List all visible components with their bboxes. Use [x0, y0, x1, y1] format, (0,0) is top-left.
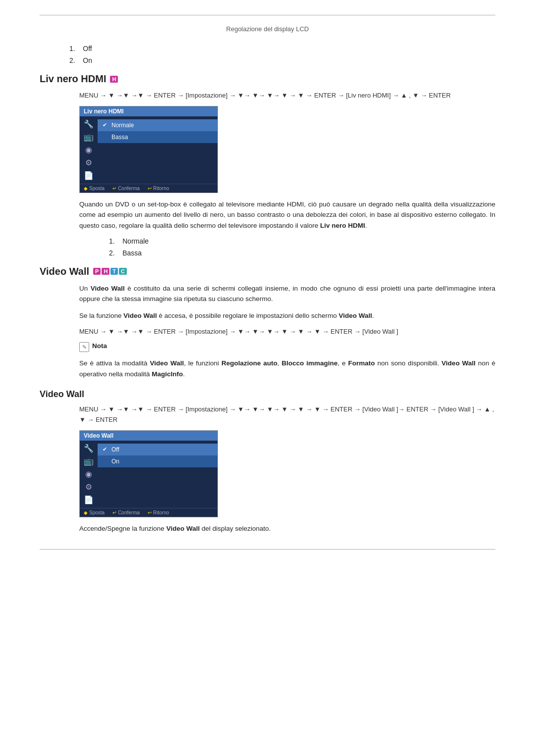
- top-rule: [40, 15, 495, 15]
- sposta-icon: ◆: [84, 186, 88, 191]
- liv-nero-hdmi-body: Quando un DVD o un set-top-box è collega…: [79, 199, 495, 231]
- vw-menu-icon-doc: 📄: [84, 496, 94, 504]
- checkmark-off: ✔: [103, 446, 108, 453]
- ritorno-icon: ↩: [148, 186, 152, 191]
- vw-footer-conferma: ↵ Conferma: [112, 510, 140, 515]
- list-number-2: 2.: [69, 56, 75, 64]
- badge-h: H: [110, 76, 118, 83]
- list-item-normale: 1. Normale: [109, 237, 495, 245]
- liv-nero-hdmi-screenshot: Liv nero HDMI 🔧 📺 ◉ ⚙ 📄 ✔ Normale: [79, 106, 218, 193]
- menu-icon-tool: 🔧: [84, 120, 94, 128]
- vw-footer-ritorno: ↩ Ritorno: [148, 510, 169, 515]
- list-item-bassa: 2. Bassa: [109, 249, 495, 257]
- video-wall-menu-path: MENU → ▼ →▼ →▼ → ENTER → [Impostazione] …: [79, 327, 495, 337]
- video-wall-content: Un Video Wall è costituito da una serie …: [79, 283, 495, 380]
- vw-sposta-icon: ◆: [84, 510, 88, 515]
- menu-icon-circle: ◉: [85, 146, 92, 154]
- list-n2: 2.: [109, 249, 115, 257]
- option-bassa: Bassa: [98, 131, 217, 143]
- video-wall-screenshot-title: Video Wall: [80, 431, 217, 441]
- video-wall-body2: Se la funzione Video Wall è accesa, è po…: [79, 310, 495, 321]
- liv-nero-hdmi-heading: Liv nero HDMI H: [40, 73, 495, 85]
- option-on: On: [98, 455, 217, 467]
- video-wall-sub-content: MENU → ▼ →▼ →▼ → ENTER → [Impostazione] …: [79, 404, 495, 534]
- video-wall-note-text: Se è attiva la modalità Video Wall, le f…: [79, 358, 495, 379]
- video-wall-body1: Un Video Wall è costituito da una serie …: [79, 283, 495, 304]
- menu-icon-display: 📺: [84, 133, 94, 141]
- badge-t: T: [110, 268, 118, 275]
- bottom-rule: [40, 549, 495, 550]
- vw-ritorno-icon: ↩: [148, 510, 152, 515]
- video-wall-sub-menu-path: MENU → ▼ →▼ →▼ → ENTER → [Impostazione] …: [79, 404, 495, 425]
- badge-h2: H: [102, 268, 109, 275]
- list-label-bassa: Bassa: [122, 249, 142, 257]
- list-label-off: Off: [83, 45, 92, 52]
- option-off: ✔ Off: [98, 444, 217, 455]
- menu-icon-gear: ⚙: [85, 159, 92, 167]
- menu-icon-doc: 📄: [84, 172, 94, 180]
- liv-nero-hdmi-content: MENU → ▼ →▼ →▼ → ENTER → [Impostazione] …: [79, 91, 495, 257]
- vw-conferma-icon: ↵: [112, 510, 116, 515]
- video-wall-footer: ◆ Sposta ↵ Conferma ↩ Ritorno: [80, 508, 217, 517]
- checkmark-normale: ✔: [103, 122, 108, 128]
- page-title: Regolazione del display LCD: [40, 25, 495, 33]
- list-label-on: On: [83, 56, 92, 64]
- vw-menu-icon-gear: ⚙: [85, 483, 92, 491]
- note-icon: ✎: [79, 342, 89, 352]
- note-label: Nota: [92, 342, 107, 350]
- option-normale: ✔ Normale: [98, 119, 217, 131]
- vw-menu-icon-circle: ◉: [85, 470, 92, 478]
- video-wall-heading: Video Wall P H T C: [40, 266, 495, 277]
- vw-menu-icon-tool: 🔧: [84, 445, 94, 453]
- badge-c: C: [119, 268, 127, 275]
- liv-nero-hdmi-screenshot-title: Liv nero HDMI: [80, 106, 217, 116]
- vw-footer-sposta: ◆ Sposta: [84, 510, 105, 515]
- conferma-icon: ↵: [112, 186, 116, 191]
- list-number-1: 1.: [69, 45, 75, 52]
- liv-nero-hdmi-menu-icons: 🔧 📺 ◉ ⚙ 📄: [80, 118, 98, 182]
- footer-sposta: ◆ Sposta: [84, 186, 105, 191]
- list-item-off: 1. Off: [69, 45, 495, 52]
- page-container: Regolazione del display LCD 1. Off 2. On…: [0, 0, 535, 569]
- list-n1: 1.: [109, 237, 115, 245]
- liv-nero-hdmi-menu-body: 🔧 📺 ◉ ⚙ 📄 ✔ Normale Bassa: [80, 116, 217, 184]
- footer-conferma: ↵ Conferma: [112, 186, 140, 191]
- list-item-on: 2. On: [69, 56, 495, 64]
- liv-nero-hdmi-footer: ◆ Sposta ↵ Conferma ↩ Ritorno: [80, 184, 217, 193]
- badge-p: P: [93, 268, 101, 275]
- footer-ritorno: ↩ Ritorno: [148, 186, 169, 191]
- vw-menu-icon-display: 📺: [84, 457, 94, 465]
- note-box: ✎ Nota: [79, 342, 495, 352]
- video-wall-screenshot: Video Wall 🔧 📺 ◉ ⚙ 📄 ✔ Off On: [79, 430, 218, 517]
- liv-nero-hdmi-options: ✔ Normale Bassa: [98, 118, 217, 182]
- video-wall-badges: P H T C: [93, 268, 127, 275]
- list-label-normale: Normale: [122, 237, 149, 245]
- video-wall-sub-heading: Video Wall: [40, 389, 495, 400]
- video-wall-menu-icons: 🔧 📺 ◉ ⚙ 📄: [80, 443, 98, 506]
- video-wall-sub-body: Accende/Spegne la funzione Video Wall de…: [79, 523, 495, 534]
- video-wall-options: ✔ Off On: [98, 443, 217, 506]
- video-wall-menu-body: 🔧 📺 ◉ ⚙ 📄 ✔ Off On: [80, 441, 217, 508]
- liv-nero-hdmi-menu-path: MENU → ▼ →▼ →▼ → ENTER → [Impostazione] …: [79, 91, 495, 101]
